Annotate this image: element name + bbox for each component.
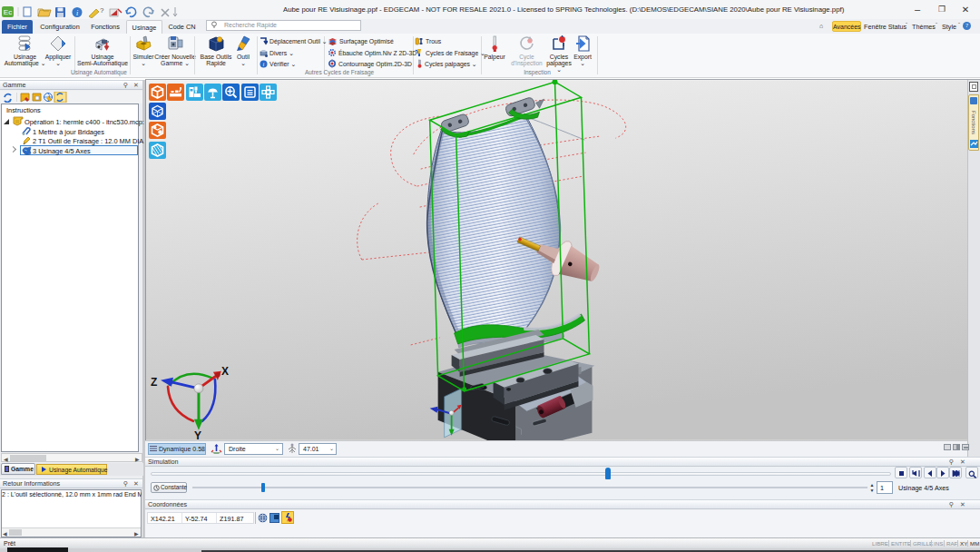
svg-text:?: ? <box>100 6 104 15</box>
svg-text:Z: Z <box>151 376 157 389</box>
svg-text:Ec: Ec <box>4 8 12 16</box>
svg-text:Y: Y <box>194 429 201 440</box>
svg-text:X: X <box>221 365 229 378</box>
svg-text:i: i <box>263 61 265 67</box>
svg-text:i: i <box>76 9 78 17</box>
